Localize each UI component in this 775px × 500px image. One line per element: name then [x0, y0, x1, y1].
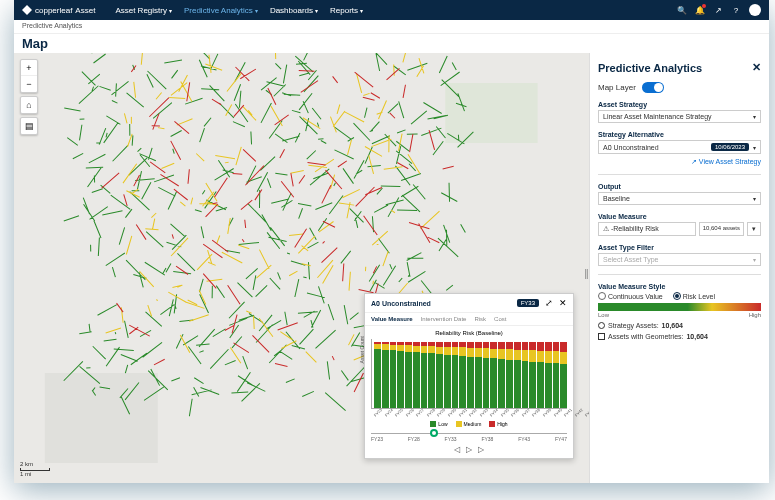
chevron-down-icon: ▾ [753, 256, 756, 263]
product-name: Asset [75, 6, 95, 15]
page-title: Map [14, 34, 769, 53]
tab-intervention-date[interactable]: Intervention Date [421, 316, 467, 322]
brand-logo: copperleaf Asset [22, 5, 95, 15]
chart-popup: A0 Unconstrained FY33 ⤢ ✕ Value Measure … [364, 293, 574, 459]
nav-dashboards[interactable]: Dashboards▾ [270, 6, 318, 15]
nav-asset-registry[interactable]: Asset Registry▾ [115, 6, 172, 15]
map-scale: 2 km 1 mi [20, 461, 50, 477]
home-button[interactable]: ⌂ [21, 97, 37, 113]
time-slider[interactable] [371, 433, 567, 434]
fy-badge: FY33 [517, 299, 539, 307]
next-button[interactable]: ▷ [478, 445, 484, 454]
expand-icon[interactable]: ⤢ [545, 298, 553, 308]
brand-name: copperleaf [35, 6, 72, 15]
zoom-in-button[interactable]: + [21, 60, 37, 76]
svg-rect-1 [445, 83, 537, 143]
risk-gradient [598, 303, 761, 311]
notification-icon[interactable]: 🔔 [695, 5, 705, 15]
asset-strategy-select[interactable]: Linear Asset Maintenance Strategy▾ [598, 110, 761, 123]
svg-rect-3 [45, 373, 158, 463]
tab-risk[interactable]: Risk [474, 316, 486, 322]
map-layer-toggle[interactable] [642, 82, 664, 93]
chevron-down-icon: ▾ [753, 195, 756, 202]
caret-icon: ▾ [360, 7, 363, 14]
nav-predictive-analytics[interactable]: Predictive Analytics▾ [184, 6, 258, 15]
asset-type-filter-label: Asset Type Filter [598, 244, 761, 251]
zoom-out-button[interactable]: − [21, 76, 37, 92]
help-icon[interactable]: ? [731, 5, 741, 15]
value-measure-style-label: Value Measure Style [598, 283, 761, 290]
radio-risk-level[interactable]: Risk Level [673, 292, 715, 300]
chart-legend: Low Medium High [371, 421, 567, 427]
chart-subtitle: Reliability Risk (Baseline) [371, 330, 567, 336]
value-measure-select[interactable]: ⚠ -Reliability Risk [598, 222, 696, 236]
map-layer-label: Map Layer [598, 83, 636, 92]
play-button[interactable]: ▷ [466, 445, 472, 454]
sidebar-title: Predictive Analytics [598, 62, 702, 74]
map-canvas[interactable]: + − ⌂ ▤ 2 km 1 mi A0 Unconstrained FY33 … [14, 53, 589, 483]
nav-reports[interactable]: Reports▾ [330, 6, 363, 15]
value-measure-more[interactable]: ▾ [747, 222, 761, 236]
prev-button[interactable]: ◁ [454, 445, 460, 454]
caret-icon: ▾ [255, 7, 258, 14]
share-icon[interactable]: ↗ [713, 5, 723, 15]
strategy-alternative-select[interactable]: A0 Unconstrained10/06/2023▾ [598, 140, 761, 154]
strategy-assets-stat: Strategy Assets: 10,604 [598, 322, 761, 329]
tab-cost[interactable]: Cost [494, 316, 506, 322]
tab-value-measure[interactable]: Value Measure [371, 316, 413, 322]
bar-chart: Asset Count [371, 339, 567, 409]
map-controls: + − ⌂ ▤ [20, 59, 38, 135]
sidebar-panel: ▦ 📊 🔖 📍 Predictive Analytics✕ Map Layer … [589, 53, 769, 483]
slider-thumb[interactable] [430, 429, 438, 437]
user-avatar[interactable] [749, 4, 761, 16]
output-select[interactable]: Baseline▾ [598, 192, 761, 205]
search-icon[interactable]: 🔍 [677, 5, 687, 15]
main-nav: Asset Registry▾ Predictive Analytics▾ Da… [115, 6, 363, 15]
view-asset-strategy-link[interactable]: ↗ View Asset Strategy [598, 158, 761, 166]
geom-assets-stat: Assets with Geometries: 10,604 [598, 333, 761, 340]
chevron-down-icon: ▾ [753, 144, 756, 151]
asset-type-filter-select[interactable]: Select Asset Type▾ [598, 253, 761, 266]
layers-button[interactable]: ▤ [21, 118, 37, 134]
chart-title: A0 Unconstrained [371, 300, 431, 307]
sidebar-close-icon[interactable]: ✕ [752, 61, 761, 74]
close-icon[interactable]: ✕ [559, 298, 567, 308]
y-axis-label: Asset Count [359, 336, 365, 363]
asset-count-badge: 10,604 assets [699, 222, 744, 236]
output-label: Output [598, 183, 761, 190]
radio-continuous-value[interactable]: Continuous Value [598, 292, 663, 300]
value-measure-label: Value Measure [598, 213, 761, 220]
caret-icon: ▾ [169, 7, 172, 14]
logo-icon [22, 5, 32, 15]
breadcrumb: Predictive Analytics [14, 20, 769, 34]
strategy-alternative-label: Strategy Alternative [598, 131, 761, 138]
caret-icon: ▾ [315, 7, 318, 14]
date-badge: 10/06/2023 [711, 143, 749, 151]
top-navbar: copperleaf Asset Asset Registry▾ Predict… [14, 0, 769, 20]
chevron-down-icon: ▾ [753, 113, 756, 120]
asset-strategy-label: Asset Strategy [598, 101, 761, 108]
